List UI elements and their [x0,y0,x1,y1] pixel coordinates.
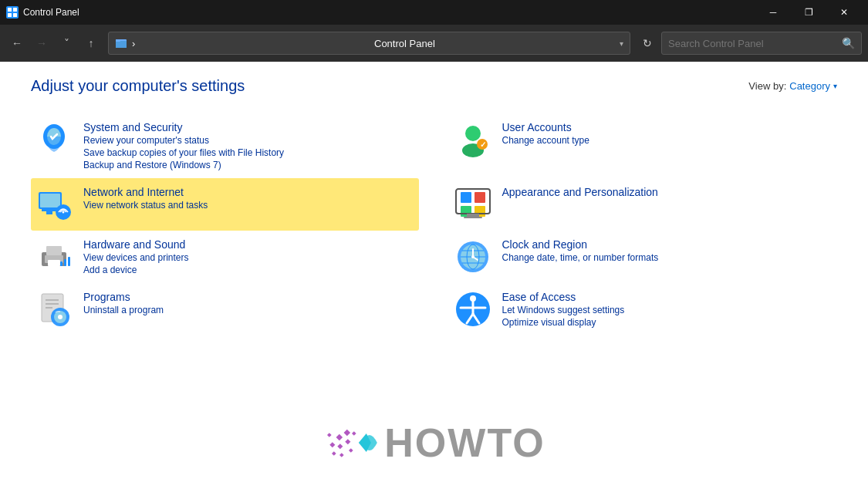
svg-rect-63 [339,453,343,457]
svg-text:✓: ✓ [479,140,485,149]
category-appearance[interactable]: Appearance and Personalization [450,178,838,231]
search-input[interactable] [668,38,842,49]
hardware-sound-text: Hardware and Sound View devices and prin… [83,238,189,275]
network-internet-text: Network and Internet View network status… [83,186,208,211]
svg-rect-64 [348,448,353,453]
system-security-title[interactable]: System and Security [83,121,284,133]
view-by-control: View by: Category ▾ [748,80,837,92]
programs-text: Programs Uninstall a program [83,291,164,315]
view-by-label: View by: [748,80,786,92]
programs-icon [35,291,73,328]
back-button[interactable]: ← [6,32,28,54]
system-security-link-2[interactable]: Save backup copies of your files with Fi… [83,147,284,158]
page-title: Adjust your computer's settings [31,77,245,95]
svg-rect-31 [60,261,62,266]
view-by-value[interactable]: Category [789,80,830,92]
svg-rect-25 [467,214,479,217]
forward-button[interactable]: → [31,32,52,54]
svg-rect-58 [343,430,350,436]
title-bar: Control Panel ─ ❐ ✕ [0,0,868,25]
user-accounts-text: User Accounts Change account type [502,121,589,146]
clock-region-link-1[interactable]: Change date, time, or number formats [502,252,659,263]
category-ease-of-access[interactable]: Ease of Access Let Windows suggest setti… [450,283,838,336]
ease-of-access-title[interactable]: Ease of Access [502,291,625,303]
programs-link-1[interactable]: Uninstall a program [83,305,164,315]
address-text: › [132,38,374,49]
system-security-link-1[interactable]: Review your computer's status [83,135,284,146]
category-user-accounts[interactable]: ✓ User Accounts Change account type [450,113,838,178]
svg-rect-3 [8,13,12,17]
svg-rect-4 [13,13,17,17]
svg-rect-21 [475,192,485,203]
svg-rect-16 [42,209,57,211]
svg-rect-59 [329,442,335,447]
user-accounts-link-1[interactable]: Change account type [502,135,589,146]
svg-rect-2 [13,8,17,12]
system-security-text: System and Security Review your computer… [83,121,284,170]
svg-rect-1 [8,8,12,12]
appearance-title[interactable]: Appearance and Personalization [502,186,658,198]
clock-region-icon [454,238,491,275]
clock-region-text: Clock and Region Change date, time, or n… [502,238,659,263]
category-network-internet[interactable]: Network and Internet View network status… [31,178,419,231]
svg-rect-57 [336,434,342,440]
ease-of-access-link-1[interactable]: Let Windows suggest settings [502,305,625,315]
svg-rect-32 [64,259,66,266]
user-accounts-title[interactable]: User Accounts [502,121,589,133]
system-security-link-3[interactable]: Backup and Restore (Windows 7) [83,160,284,170]
ease-of-access-icon [454,291,491,328]
svg-point-10 [465,126,481,141]
clock-region-title[interactable]: Clock and Region [502,238,659,251]
svg-rect-7 [116,39,120,42]
address-path: Control Panel [374,38,616,49]
close-button[interactable]: ✕ [826,0,862,25]
page-header: Adjust your computer's settings View by:… [31,77,837,95]
ease-of-access-link-2[interactable]: Optimize visual display [502,317,625,328]
svg-rect-17 [46,211,52,214]
svg-rect-66 [351,431,356,436]
network-internet-link-1[interactable]: View network status and tasks [83,200,208,211]
svg-rect-65 [326,433,331,437]
address-dropdown-arrow[interactable]: ▾ [620,39,623,48]
hardware-sound-title[interactable]: Hardware and Sound [83,238,189,251]
address-bar-input[interactable]: › Control Panel ▾ [108,32,630,55]
restore-button[interactable]: ❐ [791,0,826,25]
svg-rect-20 [461,192,471,203]
address-folder-icon [115,37,127,49]
category-programs[interactable]: Programs Uninstall a program [31,283,419,336]
svg-rect-60 [337,443,343,449]
category-hardware-sound[interactable]: Hardware and Sound View devices and prin… [31,231,419,283]
minimize-button[interactable]: ─ [755,0,791,25]
programs-title[interactable]: Programs [83,291,164,303]
categories-grid: System and Security Review your computer… [31,113,837,336]
hardware-sound-icon [35,238,73,275]
howto-logo-icon [323,420,384,466]
svg-rect-33 [68,257,70,266]
app-icon [6,6,19,19]
svg-rect-61 [345,439,350,444]
appearance-text: Appearance and Personalization [502,186,658,198]
svg-point-42 [471,255,475,258]
up-button[interactable]: ↑ [80,32,102,54]
category-clock-region[interactable]: Clock and Region Change date, time, or n… [450,231,838,283]
network-internet-icon [35,186,73,223]
ease-of-access-text: Ease of Access Let Windows suggest setti… [502,291,625,328]
hardware-sound-link-2[interactable]: Add a device [83,265,189,275]
hardware-sound-link-1[interactable]: View devices and printers [83,252,189,263]
search-icon[interactable]: 🔍 [842,37,855,49]
svg-point-19 [62,211,65,214]
svg-point-50 [58,315,62,319]
watermark-text: HOWTO [384,420,545,466]
svg-rect-26 [464,217,482,218]
svg-rect-6 [116,41,127,48]
recent-button[interactable]: ˅ [56,32,77,54]
view-by-arrow[interactable]: ▾ [833,82,837,90]
category-system-security[interactable]: System and Security Review your computer… [31,113,419,178]
network-internet-title[interactable]: Network and Internet [83,186,208,198]
refresh-button[interactable]: ↻ [637,32,658,54]
watermark: HOWTO [323,420,545,466]
main-content: Adjust your computer's settings View by:… [0,62,868,489]
search-bar[interactable]: 🔍 [661,32,862,55]
svg-rect-62 [331,451,336,456]
address-bar: ← → ˅ ↑ › Control Panel ▾ ↻ 🔍 [0,25,868,62]
